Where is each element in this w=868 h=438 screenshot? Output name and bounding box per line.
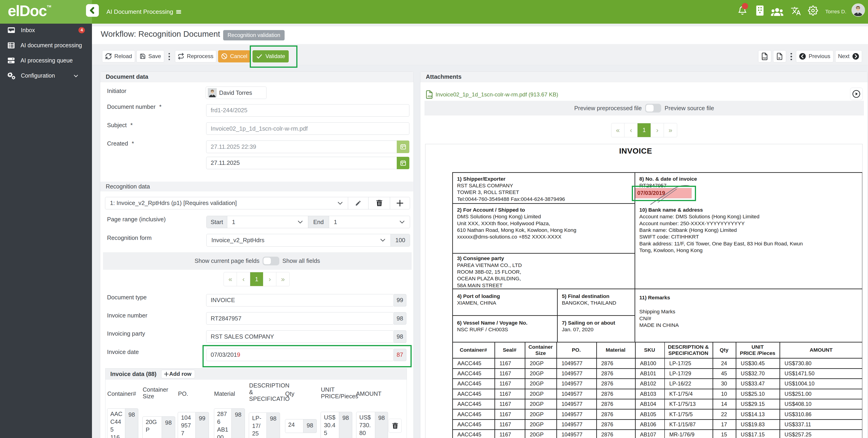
svg-text:PDF: PDF <box>763 57 767 59</box>
svg-text:PDF: PDF <box>428 95 433 98</box>
svg-text:w: w <box>778 56 780 59</box>
